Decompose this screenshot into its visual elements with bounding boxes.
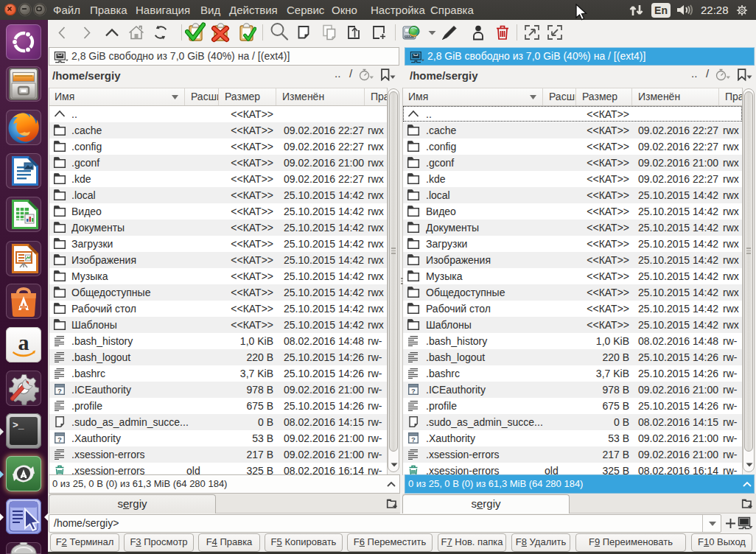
- svg-text:?: ?: [57, 387, 62, 395]
- svg-text:?: ?: [57, 435, 62, 443]
- svg-text:a: a: [18, 330, 29, 354]
- svg-text:?: ?: [411, 387, 416, 395]
- svg-text:?: ?: [411, 435, 416, 443]
